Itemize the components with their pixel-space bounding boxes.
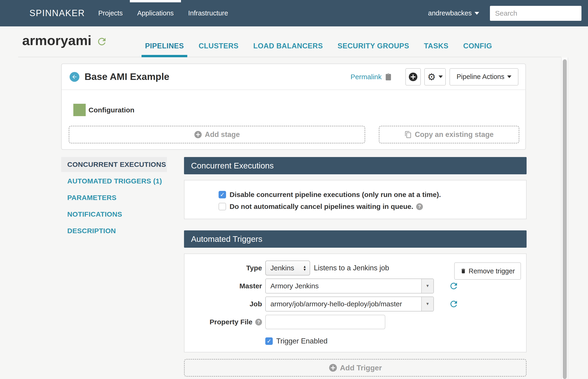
master-value: Armory Jenkins (271, 282, 319, 290)
refresh-jobs-icon[interactable] (449, 299, 459, 309)
tab-clusters[interactable]: CLUSTERS (195, 42, 242, 57)
trigger-enabled-label: Trigger Enabled (276, 337, 327, 345)
scrollbar[interactable] (563, 59, 567, 379)
tab-tasks[interactable]: TASKS (420, 42, 452, 57)
search-input[interactable] (490, 9, 585, 17)
stage-label: Configuration (89, 106, 135, 114)
trash-icon (460, 268, 466, 274)
chevron-down-icon: ▼ (421, 279, 433, 293)
sidebar-item-notifications[interactable]: NOTIFICATIONS (61, 207, 167, 222)
plus-circle-icon (408, 72, 418, 81)
nav-item-applications[interactable]: Applications (130, 0, 181, 26)
trigger-type-select[interactable]: Jenkins ▲▼ (265, 261, 310, 275)
user-menu-label: andrewbackes (428, 9, 472, 17)
sidebar-item-concurrent-executions[interactable]: CONCURRENT EXECUTIONS (61, 157, 167, 172)
nav-item-projects[interactable]: Projects (91, 0, 130, 26)
select-arrows-icon: ▲▼ (303, 265, 306, 271)
pipeline-title: Base AMI Example (85, 71, 169, 82)
add-stage-button[interactable]: Add stage (69, 126, 365, 143)
sidebar-item-automated-triggers[interactable]: AUTOMATED TRIGGERS (1) (61, 174, 167, 189)
tab-load-balancers[interactable]: LOAD BALANCERS (250, 42, 326, 57)
refresh-masters-icon[interactable] (449, 281, 459, 291)
sidebar-item-description[interactable]: DESCRIPTION (61, 223, 167, 238)
tab-pipelines[interactable]: PIPELINES (141, 42, 187, 57)
gear-icon: ⚙ (427, 72, 436, 81)
application-title: armoryami (22, 32, 91, 48)
automated-triggers-header: Automated Triggers (184, 230, 527, 248)
concurrent-executions-header: Concurrent Executions (184, 157, 527, 174)
stage-status-square (73, 104, 86, 116)
job-dropdown[interactable]: armory/job/armory-hello-deploy/job/maste… (265, 297, 434, 312)
add-trigger-button[interactable]: Add Trigger (184, 359, 527, 377)
top-navbar: SPINNAKER Projects Applications Infrastr… (0, 0, 588, 26)
automated-triggers-panel: Type Jenkins ▲▼ Listens to a Jenkins job… (184, 253, 527, 352)
tab-security-groups[interactable]: SECURITY GROUPS (334, 42, 413, 57)
user-menu[interactable]: andrewbackes (428, 9, 479, 17)
plus-circle-icon (194, 131, 202, 139)
application-tabs: PIPELINES CLUSTERS LOAD BALANCERS SECURI… (141, 42, 503, 57)
master-label: Master (184, 282, 262, 290)
copy-permalink-icon[interactable] (385, 73, 392, 80)
copy-stage-label: Copy an existing stage (415, 130, 494, 139)
pipeline-actions-label: Pipeline Actions (456, 73, 504, 81)
panel-title: Concurrent Executions (191, 161, 274, 170)
copy-icon (405, 131, 412, 138)
back-button[interactable] (70, 72, 79, 82)
job-label: Job (184, 300, 262, 308)
plus-circle-icon (329, 363, 337, 372)
trigger-enabled-checkbox[interactable] (265, 337, 273, 345)
add-stage-label: Add stage (205, 130, 240, 139)
chevron-down-icon (507, 76, 512, 78)
disable-concurrent-label: Disable concurrent pipeline executions (… (229, 191, 441, 199)
add-trigger-label: Add Trigger (340, 363, 382, 372)
help-icon[interactable]: ? (416, 203, 423, 210)
chevron-down-icon (475, 12, 479, 15)
help-icon[interactable]: ? (255, 319, 262, 326)
remove-trigger-label: Remove trigger (469, 267, 515, 275)
scrollbar-track (561, 58, 568, 379)
spinnaker-logo: SPINNAKER (30, 8, 85, 18)
concurrent-executions-panel: Disable concurrent pipeline executions (… (184, 180, 527, 219)
master-dropdown[interactable]: Armory Jenkins ▼ (265, 279, 434, 294)
copy-existing-stage-button[interactable]: Copy an existing stage (379, 126, 519, 143)
panel-title: Automated Triggers (191, 234, 262, 244)
trigger-type-description: Listens to a Jenkins job (314, 264, 389, 272)
pipeline-settings-button[interactable]: ⚙ (424, 68, 446, 85)
property-file-input[interactable] (265, 315, 385, 329)
pipeline-config-card: Base AMI Example Permalink ⚙ (61, 63, 526, 150)
no-auto-cancel-label: Do not automatically cancel pipelines wa… (229, 203, 413, 210)
configuration-stage[interactable]: Configuration (73, 104, 135, 116)
tab-config[interactable]: CONFIG (460, 42, 496, 57)
trigger-type-value: Jenkins (271, 264, 294, 272)
config-section-nav: CONCURRENT EXECUTIONS AUTOMATED TRIGGERS… (61, 157, 167, 240)
disable-concurrent-checkbox[interactable] (219, 191, 226, 198)
pipeline-actions-button[interactable]: Pipeline Actions (450, 68, 518, 85)
global-search (490, 6, 581, 21)
application-header: armoryami PIPELINES CLUSTERS LOAD BALANC… (0, 26, 561, 57)
refresh-application-icon[interactable] (96, 36, 107, 47)
sidebar-item-parameters[interactable]: PARAMETERS (61, 190, 167, 205)
job-value: armory/job/armory-hello-deploy/job/maste… (271, 300, 402, 308)
no-auto-cancel-checkbox[interactable] (219, 203, 226, 210)
nav-item-infrastructure[interactable]: Infrastructure (181, 0, 235, 26)
chevron-down-icon (438, 76, 443, 78)
property-file-label: Property File ? (184, 318, 262, 326)
arrow-left-icon (72, 74, 77, 80)
property-file-label-text: Property File (210, 318, 252, 326)
create-pipeline-button[interactable] (405, 68, 421, 85)
type-label: Type (184, 264, 262, 272)
primary-nav: Projects Applications Infrastructure (91, 0, 235, 26)
remove-trigger-button[interactable]: Remove trigger (454, 262, 521, 280)
permalink-link[interactable]: Permalink (350, 73, 382, 81)
chevron-down-icon: ▼ (421, 297, 433, 311)
